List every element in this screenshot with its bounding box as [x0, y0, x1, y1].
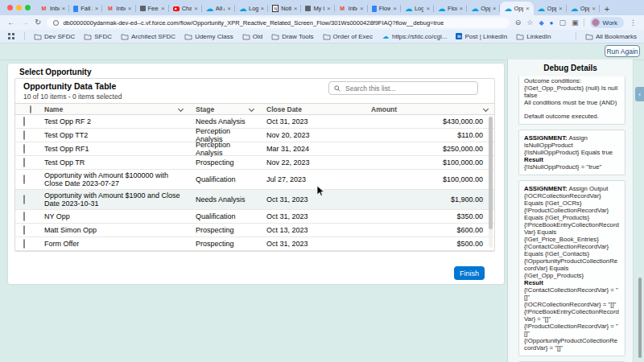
browser-tab[interactable]: ☁Opp× [534, 2, 567, 15]
zoom-page-icon[interactable]: ⊖ [515, 19, 522, 27]
bookmark-item[interactable]: LinkedIn [516, 33, 551, 40]
row-checkbox[interactable] [23, 225, 25, 235]
tab-close-icon[interactable]: × [460, 5, 464, 12]
browser-tab[interactable]: ☁Flow× [434, 2, 467, 15]
browser-tab[interactable]: MInbox× [335, 2, 368, 15]
browser-tab[interactable]: Flow× [368, 2, 401, 15]
apps-grid-icon[interactable] [7, 33, 15, 40]
column-header-stage[interactable]: Stage [189, 105, 260, 113]
table-row[interactable]: Opportunity with Amount $1900 and Close … [15, 190, 494, 210]
zoom-window-icon[interactable] [25, 5, 31, 10]
search-input[interactable] [344, 84, 473, 93]
search-box[interactable] [328, 81, 478, 95]
row-checkbox[interactable] [23, 212, 25, 221]
tab-close-icon[interactable]: × [360, 5, 364, 12]
reload-icon[interactable]: ↻ [35, 15, 41, 30]
browser-tab[interactable]: ☁Login× [235, 2, 268, 15]
browser-tab[interactable]: ☁Opp× [500, 2, 533, 15]
table-row[interactable]: Matt Simon OppProspectingOct 13, 2023$60… [15, 224, 494, 237]
tab-label: Flow [379, 5, 391, 12]
column-header-name[interactable]: Name [38, 105, 189, 113]
profile-chip[interactable]: Work [590, 17, 624, 28]
debug-card-list: Outcome conditions:{!Get_Opp_Products} (… [518, 76, 625, 362]
tab-close-icon[interactable]: × [559, 5, 563, 12]
bookmark-item[interactable]: Dev SFDC [34, 33, 75, 40]
table-row[interactable]: Form OfferProspectingOct 31, 2023$500.00 [15, 237, 494, 251]
table-scrollbar[interactable] [489, 116, 493, 248]
bookmark-item[interactable]: Order of Exec [323, 33, 373, 40]
browser-tab[interactable]: NNotifi× [268, 2, 301, 15]
finish-button[interactable]: Finish [454, 266, 485, 280]
table-row[interactable]: Opportunity with Amount $100000 with Clo… [15, 170, 494, 190]
tab-close-icon[interactable]: × [62, 5, 66, 12]
tab-close-icon[interactable]: × [261, 5, 265, 12]
new-tab-button[interactable]: + [600, 2, 614, 15]
browser-tab[interactable]: ☁Opp× [567, 2, 600, 15]
minimize-window-icon[interactable] [16, 5, 22, 10]
tab-close-icon[interactable]: × [426, 5, 430, 12]
extension-circle-icon[interactable]: ● [550, 19, 554, 27]
browser-tab[interactable]: MInbox× [102, 2, 135, 15]
browser-tab[interactable]: ☁Opp× [467, 2, 500, 15]
tab-close-icon[interactable]: × [493, 5, 497, 12]
browser-tab[interactable]: Fall 2× [69, 2, 102, 15]
row-checkbox-cell [15, 240, 38, 248]
table-scrollbar-thumb[interactable] [489, 117, 493, 229]
browser-tab[interactable]: ▶Chan× [169, 2, 202, 15]
cast-icon[interactable]: ▣ [572, 19, 579, 27]
row-checkbox[interactable] [23, 195, 25, 204]
tab-close-icon[interactable]: × [161, 5, 165, 12]
row-checkbox[interactable] [23, 144, 25, 154]
extension-diamond-icon[interactable]: ◆ [539, 19, 543, 27]
column-header-close-date[interactable]: Close Date [260, 105, 365, 113]
bookmark-item[interactable]: inPost | LinkedIn [456, 33, 507, 40]
tab-close-icon[interactable]: × [95, 5, 99, 12]
tab-close-icon[interactable]: × [526, 5, 530, 12]
select-all-checkbox[interactable] [30, 105, 31, 113]
page-scrollbar-thumb[interactable] [638, 278, 642, 358]
row-checkbox[interactable] [23, 175, 25, 184]
debug-line: ASSIGNMENT: Assign isNullOppProduct {!Is… [524, 134, 620, 156]
forward-icon[interactable]: → [21, 15, 29, 30]
collapse-panel-button[interactable]: ‹ [635, 87, 644, 101]
row-checkbox[interactable] [23, 130, 25, 140]
tab-close-icon[interactable]: × [128, 5, 132, 12]
kebab-menu-icon[interactable]: ⋮ [630, 19, 637, 27]
browser-tab[interactable]: MInbox× [36, 2, 69, 15]
bookmark-item[interactable]: Old [242, 33, 262, 40]
browser-tab[interactable]: Feed× [136, 2, 169, 15]
run-again-button[interactable]: Run Again [605, 45, 640, 57]
bookmark-label: https://sfdc.co/cgi... [392, 33, 447, 40]
address-bar[interactable]: db0000000ydarmak-dev-ed--c.vf.force.com/… [47, 18, 509, 28]
table-row[interactable]: NY OppQualificationOct 31, 2023$350.00 [15, 210, 494, 224]
site-info-icon[interactable] [53, 20, 59, 26]
browser-tab[interactable]: ☁Login× [401, 2, 434, 15]
column-header-amount[interactable]: Amount [365, 105, 494, 113]
tab-close-icon[interactable]: × [393, 5, 397, 12]
row-checkbox[interactable] [23, 239, 25, 249]
bookmark-item[interactable]: Udemy Class [184, 33, 233, 40]
tab-close-icon[interactable]: × [227, 5, 231, 12]
row-checkbox[interactable] [23, 158, 25, 167]
salesforce-favicon-icon: ☁ [471, 5, 478, 12]
all-bookmarks-button[interactable]: All Bookmarks [585, 33, 637, 40]
back-icon[interactable]: ← [7, 15, 15, 30]
tab-close-icon[interactable]: × [592, 5, 596, 12]
tab-close-icon[interactable]: × [294, 5, 298, 12]
bookmark-item[interactable]: Draw Tools [271, 33, 313, 40]
table-row[interactable]: Test Opp TRProspectingNov 22, 2023$100,0… [15, 156, 494, 170]
extensions-icon[interactable]: ▢ [559, 19, 566, 27]
debug-line: {!IsNullOppProduct} = "true" [524, 163, 620, 171]
close-window-icon[interactable] [7, 5, 13, 10]
row-checkbox[interactable] [23, 117, 25, 126]
cell-stage: Prospecting [189, 240, 260, 249]
bookmark-item[interactable]: ☁https://sfdc.co/cgi... [382, 33, 447, 40]
bookmark-item[interactable]: SFDC [84, 33, 112, 40]
browser-tab[interactable]: ☁All A× [202, 2, 235, 15]
tab-close-icon[interactable]: × [194, 5, 198, 12]
bookmark-star-icon[interactable]: ☆ [526, 19, 533, 27]
bookmark-item[interactable]: Architect SFDC [121, 33, 175, 40]
browser-tab[interactable]: My I× [301, 2, 334, 15]
table-row[interactable]: Test Opp RF1Perception AnalysisMar 31, 2… [15, 142, 494, 156]
tab-close-icon[interactable]: × [327, 5, 331, 12]
